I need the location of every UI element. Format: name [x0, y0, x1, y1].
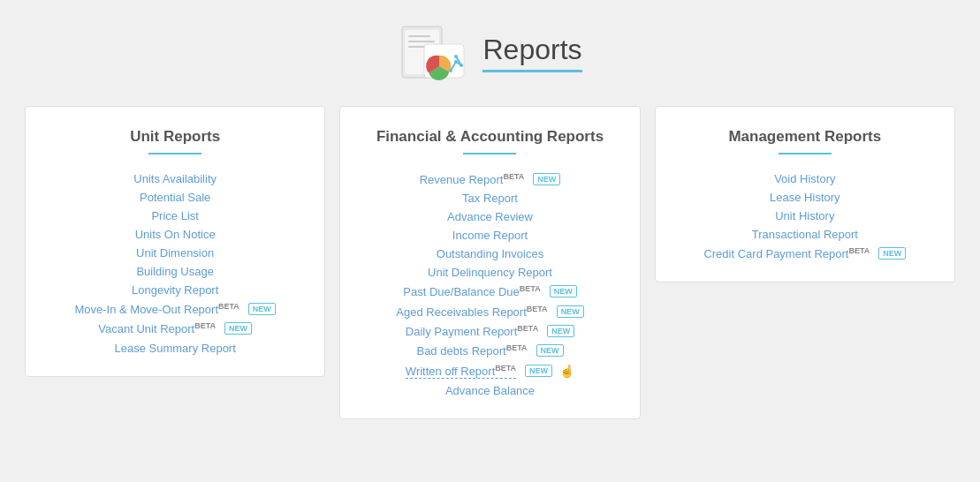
- list-item: Units On Notice: [135, 228, 216, 241]
- svg-rect-2: [408, 35, 430, 37]
- svg-point-10: [454, 55, 458, 58]
- svg-rect-3: [408, 41, 435, 42]
- list-item: Potential Sale: [140, 191, 210, 204]
- report-link[interactable]: Vacant Unit ReportBETA: [98, 321, 216, 335]
- report-list-management-reports: Void HistoryLease HistoryUnit HistoryTra…: [673, 172, 937, 260]
- card-divider: [148, 153, 201, 154]
- reports-icon: [398, 18, 468, 88]
- list-item: Past Due/Balance DueBETANEW: [403, 284, 576, 298]
- beta-badge: BETA: [527, 305, 548, 313]
- report-link[interactable]: Written off ReportBETA: [406, 364, 516, 379]
- report-link[interactable]: Revenue ReportBETA: [420, 172, 525, 186]
- cursor-indicator: ☝: [559, 364, 574, 378]
- report-link[interactable]: Building Usage: [136, 265, 213, 278]
- new-badge: NEW: [525, 365, 552, 377]
- list-item: Units Availability: [133, 172, 217, 185]
- list-item: Lease Summary Report: [115, 342, 236, 355]
- card-title-management-reports: Management Reports: [673, 128, 937, 146]
- list-item: Building Usage: [136, 265, 213, 278]
- card-divider: [463, 153, 516, 154]
- beta-badge: BETA: [517, 324, 538, 333]
- report-link[interactable]: Bad debts ReportBETA: [416, 343, 527, 358]
- report-link[interactable]: Daily Payment ReportBETA: [406, 324, 538, 338]
- report-link[interactable]: Unit Dimension: [136, 246, 214, 260]
- report-link[interactable]: Past Due/Balance DueBETA: [403, 284, 540, 298]
- list-item: Longevity Report: [132, 283, 218, 297]
- beta-badge: BETA: [520, 284, 541, 293]
- beta-badge: BETA: [506, 343, 528, 352]
- report-link[interactable]: Longevity Report: [132, 283, 218, 297]
- list-item: Vacant Unit ReportBETANEW: [98, 321, 252, 335]
- card-unit-reports: Unit ReportsUnits AvailabilityPotential …: [25, 106, 325, 377]
- report-link[interactable]: Lease Summary Report: [115, 342, 236, 355]
- new-badge: NEW: [878, 247, 906, 260]
- svg-point-7: [449, 69, 452, 72]
- card-title-financial-accounting-reports: Financial & Accounting Reports: [358, 128, 621, 146]
- report-link[interactable]: Move-In & Move-Out ReportBETA: [74, 302, 239, 316]
- new-badge: NEW: [547, 325, 574, 337]
- list-item: Void History: [774, 172, 835, 185]
- list-item: Advance Balance: [445, 384, 535, 397]
- new-badge: NEW: [557, 305, 584, 318]
- report-link[interactable]: Aged Receivables ReportBETA: [396, 305, 547, 319]
- list-item: Unit History: [775, 209, 834, 222]
- report-link[interactable]: Transactional Report: [752, 228, 858, 241]
- list-item: Income Report: [452, 229, 528, 242]
- list-item: Revenue ReportBETANEW: [420, 172, 561, 186]
- list-item: Tax Report: [462, 192, 518, 205]
- list-item: Price List: [151, 209, 198, 222]
- list-item: Aged Receivables ReportBETANEW: [396, 305, 583, 319]
- svg-rect-4: [408, 46, 426, 48]
- report-link[interactable]: Tax Report: [462, 192, 518, 205]
- list-item: Lease History: [770, 191, 839, 204]
- report-link[interactable]: Units On Notice: [135, 228, 216, 241]
- beta-badge: BETA: [503, 172, 524, 181]
- page-title: Reports: [482, 34, 581, 72]
- new-badge: NEW: [224, 322, 252, 335]
- list-item: Written off ReportBETANEW☝: [406, 364, 574, 379]
- list-item: Transactional Report: [752, 228, 858, 241]
- new-badge: NEW: [536, 344, 564, 357]
- new-badge: NEW: [533, 173, 560, 185]
- new-badge: NEW: [248, 303, 276, 315]
- list-item: Daily Payment ReportBETANEW: [406, 324, 574, 338]
- report-link[interactable]: Advance Balance: [445, 384, 535, 397]
- list-item: Move-In & Move-Out ReportBETANEW: [74, 302, 275, 316]
- report-link[interactable]: Unit History: [775, 209, 834, 222]
- report-link[interactable]: Outstanding Invoices: [437, 247, 543, 260]
- report-link[interactable]: Potential Sale: [140, 191, 210, 204]
- report-link[interactable]: Price List: [151, 209, 198, 222]
- list-item: Credit Card Payment ReportBETANEW: [703, 246, 906, 260]
- list-item: Unit Dimension: [136, 246, 214, 260]
- beta-badge: BETA: [194, 321, 216, 330]
- beta-badge: BETA: [495, 364, 516, 373]
- card-management-reports: Management ReportsVoid HistoryLease Hist…: [655, 106, 955, 282]
- cards-container: Unit ReportsUnits AvailabilityPotential …: [0, 97, 980, 428]
- svg-point-8: [454, 60, 458, 64]
- report-link[interactable]: Units Availability: [133, 172, 217, 185]
- new-badge: NEW: [550, 285, 577, 297]
- list-item: Advance Review: [447, 210, 533, 223]
- card-title-unit-reports: Unit Reports: [43, 128, 307, 146]
- report-link[interactable]: Void History: [774, 172, 835, 185]
- page-header: Reports: [0, 0, 980, 97]
- report-link[interactable]: Advance Review: [447, 210, 533, 223]
- report-list-financial-accounting-reports: Revenue ReportBETANEWTax ReportAdvance R…: [358, 172, 621, 397]
- list-item: Unit Delinquency Report: [428, 266, 552, 279]
- list-item: Outstanding Invoices: [437, 247, 543, 260]
- list-item: Bad debts ReportBETANEW: [416, 343, 563, 358]
- beta-badge: BETA: [218, 302, 239, 311]
- svg-point-9: [460, 64, 463, 67]
- report-link[interactable]: Income Report: [452, 229, 528, 242]
- card-divider: [779, 153, 832, 154]
- report-list-unit-reports: Units AvailabilityPotential SalePrice Li…: [43, 172, 307, 355]
- report-link[interactable]: Credit Card Payment ReportBETA: [703, 246, 870, 260]
- beta-badge: BETA: [848, 246, 870, 255]
- card-financial-accounting-reports: Financial & Accounting ReportsRevenue Re…: [339, 106, 640, 419]
- report-link[interactable]: Unit Delinquency Report: [428, 266, 552, 279]
- report-link[interactable]: Lease History: [770, 191, 839, 204]
